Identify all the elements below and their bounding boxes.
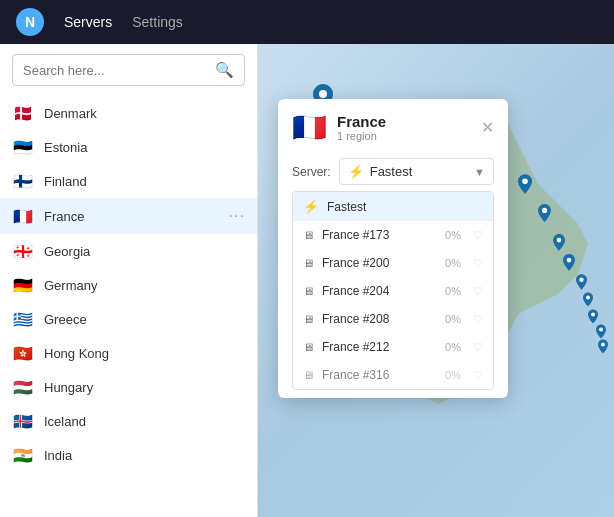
app-logo: N [16, 8, 44, 36]
list-item[interactable]: 🇩🇪 Germany [0, 268, 257, 302]
server-label: Server: [292, 165, 331, 179]
country-name: Hong Kong [44, 346, 245, 361]
title-bar: N Servers Settings [0, 0, 614, 44]
server-option-name: France #212 [322, 340, 437, 354]
server-option-name: France #208 [322, 312, 437, 326]
list-item[interactable]: 🇭🇰 Hong Kong [0, 336, 257, 370]
svg-point-5 [557, 238, 562, 243]
country-name: Finland [44, 174, 245, 189]
close-icon[interactable]: ✕ [481, 120, 494, 136]
flag-georgia: 🇬🇪 [12, 243, 34, 259]
svg-point-11 [601, 343, 605, 347]
server-option[interactable]: 🖥 France #208 0% ♡ [293, 305, 493, 333]
flag-denmark: 🇩🇰 [12, 105, 34, 121]
svg-point-8 [586, 296, 590, 300]
list-item[interactable]: 🇬🇷 Greece [0, 302, 257, 336]
list-item[interactable]: 🇭🇺 Hungary [0, 370, 257, 404]
more-options-icon[interactable]: ··· [229, 207, 245, 225]
heart-icon[interactable]: ♡ [473, 229, 483, 242]
list-item[interactable]: 🇫🇮 Finland [0, 164, 257, 198]
tab-servers[interactable]: Servers [64, 10, 112, 34]
server-option-fastest[interactable]: ⚡ Fastest [293, 192, 493, 221]
country-name: Greece [44, 312, 245, 327]
search-input[interactable] [23, 63, 207, 78]
search-icon: 🔍 [215, 61, 234, 79]
search-bar[interactable]: 🔍 [12, 54, 245, 86]
list-item[interactable]: 🇬🇪 Georgia [0, 234, 257, 268]
server-option[interactable]: 🖥 France #212 0% ♡ [293, 333, 493, 361]
map-pin [538, 204, 551, 226]
heart-icon[interactable]: ♡ [473, 369, 483, 382]
flag-finland: 🇫🇮 [12, 173, 34, 189]
country-list: 🇩🇰 Denmark 🇪🇪 Estonia 🇫🇮 Finland 🇫🇷 Fran… [0, 96, 257, 517]
server-icon: 🖥 [303, 341, 314, 353]
popup-title-area: France 1 region [337, 113, 471, 142]
server-option[interactable]: 🖥 France #173 0% ♡ [293, 221, 493, 249]
popup-country-name: France [337, 113, 471, 130]
sidebar: 🔍 🇩🇰 Denmark 🇪🇪 Estonia 🇫🇮 Finland 🇫🇷 Fr… [0, 44, 258, 517]
server-dropdown[interactable]: ⚡ Fastest ▼ [339, 158, 494, 185]
svg-point-6 [567, 258, 572, 263]
chevron-down-icon: ▼ [474, 166, 485, 178]
server-option-name: Fastest [327, 200, 483, 214]
map-pin [576, 274, 587, 294]
country-name: Germany [44, 278, 245, 293]
map-pin [563, 254, 575, 275]
flag-estonia: 🇪🇪 [12, 139, 34, 155]
svg-point-4 [542, 208, 547, 213]
heart-icon[interactable]: ♡ [473, 341, 483, 354]
load-percentage: 0% [445, 341, 461, 353]
flag-germany: 🇩🇪 [12, 277, 34, 293]
heart-icon[interactable]: ♡ [473, 285, 483, 298]
server-option-partial[interactable]: 🖥 France #316 0% ♡ [293, 361, 493, 389]
map-pin [518, 174, 532, 198]
svg-point-3 [522, 178, 528, 184]
popup-region: 1 region [337, 130, 471, 142]
server-icon: 🖥 [303, 285, 314, 297]
svg-point-0 [319, 90, 327, 98]
server-icon: 🖥 [303, 229, 314, 241]
country-name: France [44, 209, 219, 224]
server-option-name: France #204 [322, 284, 437, 298]
main-layout: 🔍 🇩🇰 Denmark 🇪🇪 Estonia 🇫🇮 Finland 🇫🇷 Fr… [0, 44, 614, 517]
country-name: Georgia [44, 244, 245, 259]
svg-point-7 [579, 278, 583, 282]
heart-icon[interactable]: ♡ [473, 313, 483, 326]
list-item[interactable]: 🇪🇪 Estonia [0, 130, 257, 164]
flag-india: 🇮🇳 [12, 447, 34, 463]
bolt-icon: ⚡ [303, 199, 319, 214]
load-percentage: 0% [445, 257, 461, 269]
server-option[interactable]: 🖥 France #204 0% ♡ [293, 277, 493, 305]
flag-france: 🇫🇷 [12, 208, 34, 224]
server-icon: 🖥 [303, 369, 314, 381]
country-name: Denmark [44, 106, 245, 121]
server-selector-row: Server: ⚡ Fastest ▼ [278, 152, 508, 189]
flag-hungary: 🇭🇺 [12, 379, 34, 395]
svg-point-10 [599, 328, 603, 332]
map-pin [553, 234, 565, 255]
country-name: Estonia [44, 140, 245, 155]
server-icon: 🖥 [303, 257, 314, 269]
load-percentage: 0% [445, 229, 461, 241]
list-item-france[interactable]: 🇫🇷 France ··· [0, 198, 257, 234]
list-item[interactable]: 🇮🇸 Iceland [0, 404, 257, 438]
server-option[interactable]: 🖥 France #200 0% ♡ [293, 249, 493, 277]
server-icon: 🖥 [303, 313, 314, 325]
svg-point-9 [591, 313, 595, 317]
list-item[interactable]: 🇮🇳 India [0, 438, 257, 472]
list-item[interactable]: 🇩🇰 Denmark [0, 96, 257, 130]
popup-flag: 🇫🇷 [292, 111, 327, 144]
heart-icon[interactable]: ♡ [473, 257, 483, 270]
bolt-icon: ⚡ [348, 164, 364, 179]
server-dropdown-list: ⚡ Fastest 🖥 France #173 0% ♡ 🖥 France #2… [292, 191, 494, 390]
tab-settings[interactable]: Settings [132, 10, 183, 34]
flag-greece: 🇬🇷 [12, 311, 34, 327]
flag-iceland: 🇮🇸 [12, 413, 34, 429]
country-name: Iceland [44, 414, 245, 429]
map-area: 🇫🇷 France 1 region ✕ Server: ⚡ Fastest ▼ [258, 44, 614, 517]
france-popup: 🇫🇷 France 1 region ✕ Server: ⚡ Fastest ▼ [278, 99, 508, 398]
load-percentage: 0% [445, 285, 461, 297]
country-name: India [44, 448, 245, 463]
map-pin [598, 339, 608, 358]
server-option-name: France #173 [322, 228, 437, 242]
